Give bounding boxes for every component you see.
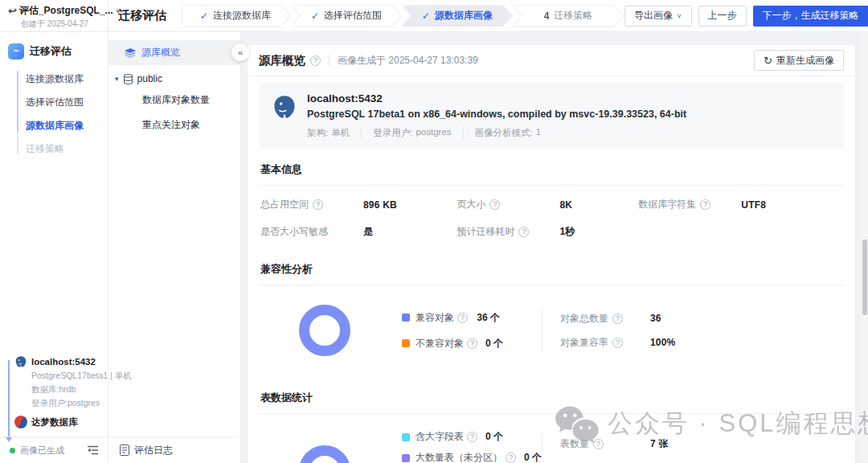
legend-swatch-icon <box>402 339 410 347</box>
compatibility-donut-chart <box>299 305 350 356</box>
profile-generated-at: 画像生成于 2025-04-27 13:03:39 <box>338 54 478 68</box>
help-icon[interactable]: ? <box>457 313 468 323</box>
help-icon[interactable]: ? <box>310 55 321 66</box>
next-step-button[interactable]: 下一步，生成迁移策略 <box>753 6 868 27</box>
project-switcher[interactable]: ↩ 评估_PostgreSQL_... ∨ 创建于 2025-04-27 <box>0 0 108 31</box>
field-charset: 数据库字符集? UTF8 <box>638 198 842 211</box>
postgresql-logo-icon <box>14 355 27 368</box>
tree-overview-label: 源库概览 <box>141 46 180 59</box>
chevron-down-icon[interactable]: ∨ <box>116 8 121 14</box>
divider <box>542 433 542 463</box>
card-header: 源库概览 ? 画像生成于 2025-04-27 13:03:39 ↻ 重新生成画… <box>248 45 855 76</box>
field-page-size: 页大小? 8K <box>457 198 638 211</box>
connection-user: 登录用户:postgres <box>14 398 105 409</box>
step-connect-source[interactable]: ✓ 连接源数据库 <box>181 6 290 27</box>
refresh-icon: ↻ <box>764 55 772 67</box>
help-icon[interactable]: ? <box>467 338 477 349</box>
overview-title: 源库概览 <box>259 53 305 68</box>
migration-flow-arrow <box>8 360 10 440</box>
basic-info-title: 基本信息 <box>259 152 844 186</box>
left-sidebar: ~ 迁移评估 连接源数据库 选择评估范围 源数据库画像 迁移策略 localho… <box>0 32 108 463</box>
legend-swatch-icon <box>402 433 410 441</box>
app-icon: ~ <box>8 43 24 59</box>
step-migration-strategy[interactable]: 4 迁移策略 <box>514 6 623 27</box>
main-content: 源库概览 ? 画像生成于 2025-04-27 13:03:39 ↻ 重新生成画… <box>241 32 868 463</box>
compatibility-title: 兼容性分析 <box>259 252 844 285</box>
connection-summary: localhost:5432 PostgreSQL17beta1 | 单机 数据… <box>0 352 108 436</box>
stat-table-count: 表数量? 7 张 <box>560 437 688 451</box>
check-icon: ✓ <box>422 10 430 22</box>
check-icon: ✓ <box>200 10 208 22</box>
compatibility-section: 兼容性分析 兼容对象 ? 36 个 不兼容对象 ? <box>259 252 844 377</box>
dameng-logo-icon <box>14 416 27 428</box>
postgresql-logo-icon <box>272 94 297 120</box>
toolbar-actions: 导出画像 ∨ 上一步 下一步，生成迁移策略 <box>624 6 868 27</box>
object-tree-panel: « 源库概览 ▾ public 数据库对象数量 重点关注对象 <box>108 32 241 463</box>
help-icon[interactable]: ? <box>518 227 529 237</box>
step-select-scope[interactable]: ✓ 选择评估范围 <box>292 6 401 27</box>
connection-database: 数据库:hrdb <box>14 384 105 395</box>
source-version-string: PostgreSQL 17beta1 on x86_64-windows, co… <box>307 109 686 120</box>
database-icon <box>123 74 133 84</box>
sidebar-header: ~ 迁移评估 <box>0 32 108 68</box>
tree-item-key-objects[interactable]: 重点关注对象 <box>108 113 240 137</box>
export-profile-button[interactable]: 导出画像 ∨ <box>624 6 692 27</box>
top-bar: ↩ 评估_PostgreSQL_... ∨ 创建于 2025-04-27 迁移评… <box>0 0 868 32</box>
check-icon: ✓ <box>311 10 319 22</box>
table-stats-section: 表数据统计 含大字段表 ? 0 个 大数量表（未分区） ? <box>259 380 844 463</box>
step-number: 4 <box>544 10 550 22</box>
help-icon[interactable]: ? <box>489 199 500 210</box>
collapse-sidebar-icon[interactable] <box>87 445 99 455</box>
table-stats-title: 表数据统计 <box>259 380 844 414</box>
assessment-log-button[interactable]: 评估日志 <box>108 436 240 463</box>
sidebar-item-source-profile[interactable]: 源数据库画像 <box>26 114 108 137</box>
back-icon[interactable]: ↩ <box>8 5 17 17</box>
help-icon[interactable]: ? <box>700 199 710 210</box>
stat-compat-rate: 对象兼容率? 100% <box>560 336 676 350</box>
scrollbar-track[interactable] <box>862 32 868 463</box>
help-icon[interactable]: ? <box>506 453 516 463</box>
previous-step-button[interactable]: 上一步 <box>698 6 747 27</box>
regenerate-profile-button[interactable]: ↻ 重新生成画像 <box>754 50 844 71</box>
basic-info-section: 基本信息 总占用空间? 896 KB 页大小? 8K 数据库字符集? UTF8 <box>259 152 844 248</box>
status-dot-icon <box>10 448 15 453</box>
step-source-profile[interactable]: ✓ 源数据库画像 <box>403 6 512 27</box>
field-total-space: 总占用空间? 896 KB <box>260 198 457 211</box>
table-stats-donut-chart <box>299 445 350 463</box>
table-stats-legend: 含大字段表 ? 0 个 大数量表（未分区） ? 0 个 分区表 <box>402 430 500 463</box>
help-icon[interactable]: ? <box>467 432 477 442</box>
nav-progress-track <box>17 71 18 154</box>
sidebar-item-connect-source[interactable]: 连接源数据库 <box>26 68 108 91</box>
document-icon <box>120 445 129 456</box>
tree-item-overview[interactable]: 源库概览 <box>108 40 240 65</box>
collapse-panel-icon[interactable]: « <box>231 43 249 61</box>
field-case-sensitive: 是否大小写敏感 是 <box>260 225 457 239</box>
legend-incompatible: 不兼容对象 ? 0 个 <box>402 337 500 350</box>
sidebar-item-select-scope[interactable]: 选择评估范围 <box>26 91 108 114</box>
chevron-down-icon: ∨ <box>677 13 682 19</box>
source-host: localhost:5432 <box>307 92 686 104</box>
project-created-date: 创建于 2025-04-27 <box>8 18 101 30</box>
scrollbar-thumb[interactable] <box>862 240 867 315</box>
arch-value: 单机 <box>331 127 350 139</box>
tree-node-public[interactable]: ▾ public <box>108 65 240 88</box>
divider <box>329 55 330 66</box>
connection-host: localhost:5432 <box>31 357 96 367</box>
help-icon[interactable]: ? <box>593 439 604 449</box>
sidebar-item-migration-strategy[interactable]: 迁移策略 <box>26 137 108 161</box>
wizard-steps: ✓ 连接源数据库 ✓ 选择评估范围 ✓ 源数据库画像 4 迁移策略 <box>181 6 624 27</box>
connection-version: PostgreSQL17beta1 | 单机 <box>14 371 105 382</box>
help-icon[interactable]: ? <box>313 199 323 210</box>
help-icon[interactable]: ? <box>612 313 623 324</box>
tree-caret-icon[interactable]: ▾ <box>115 75 119 83</box>
legend-swatch-icon <box>402 454 410 462</box>
divider <box>542 308 542 353</box>
tree-item-object-count[interactable]: 数据库对象数量 <box>108 88 240 113</box>
legend-large-tables: 大数量表（未分区） ? 0 个 <box>402 451 500 463</box>
project-title: 评估_PostgreSQL_... <box>19 4 113 18</box>
login-user-value: postgres <box>416 127 451 139</box>
sidebar-status-bar: 画像已生成 <box>0 436 108 463</box>
field-migration-eta: 预计迁移耗时? 1秒 <box>457 225 638 239</box>
compatibility-stats: 对象总数量? 36 对象兼容率? 100% <box>560 312 676 350</box>
help-icon[interactable]: ? <box>612 338 623 348</box>
